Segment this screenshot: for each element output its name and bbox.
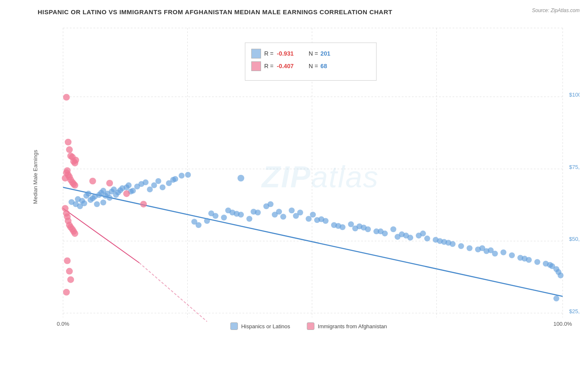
svg-point-129 [293,213,299,219]
svg-point-137 [403,232,409,238]
svg-rect-25 [251,61,261,71]
svg-point-115 [557,273,563,278]
svg-point-35 [81,200,87,206]
svg-point-173 [106,180,113,186]
svg-point-101 [467,245,473,251]
svg-point-87 [348,221,354,227]
svg-point-117 [225,207,231,213]
svg-point-155 [72,182,78,189]
chart-title: HISPANIC OR LATINO VS IMMIGRANTS FROM AF… [38,8,580,15]
svg-point-174 [123,190,130,197]
svg-point-136 [445,240,451,245]
svg-text:N =: N = [309,63,318,69]
svg-text:201: 201 [320,50,330,57]
legend-label-blue: Hispanics or Latinos [241,323,290,330]
legend-item-pink: Immigrants from Afghanistan [307,322,387,330]
legend-label-pink: Immigrants from Afghanistan [318,323,387,330]
svg-point-82 [306,216,312,222]
svg-point-79 [280,214,286,220]
chart-legend: Hispanics or Latinos Immigrants from Afg… [230,322,387,330]
svg-point-47 [107,195,112,201]
svg-point-77 [238,175,244,181]
svg-point-130 [251,209,256,215]
svg-text:$50,000: $50,000 [569,236,580,242]
svg-point-61 [151,182,157,188]
svg-text:0.0%: 0.0% [57,321,69,327]
svg-point-105 [501,249,506,255]
svg-point-158 [64,167,71,174]
svg-point-140 [276,209,282,215]
svg-point-125 [547,262,553,268]
svg-text:R =: R = [264,50,274,57]
svg-point-143 [65,139,72,146]
svg-point-60 [147,186,153,192]
svg-point-135 [488,247,493,253]
chart-container: HISPANIC OR LATINO VS IMMIGRANTS FROM AF… [0,0,588,373]
scatter-plot: .grid-line { stroke: #ddd; stroke-width:… [38,20,580,334]
svg-point-80 [289,207,294,213]
svg-point-132 [170,177,176,183]
svg-line-16 [63,187,563,296]
svg-point-121 [395,234,401,240]
svg-point-144 [66,146,73,153]
svg-point-138 [361,225,367,230]
y-axis-label: Median Male Earnings [32,150,38,204]
svg-point-118 [268,201,274,207]
svg-point-71 [221,215,227,220]
svg-point-131 [208,210,214,216]
svg-point-59 [143,179,148,185]
svg-point-41 [94,201,100,207]
svg-point-106 [509,252,515,258]
svg-point-167 [72,230,78,237]
svg-point-116 [192,219,197,225]
legend-swatch-pink [307,322,314,330]
svg-text:100.0%: 100.0% [553,321,572,327]
svg-point-123 [479,245,485,251]
svg-point-128 [335,223,341,229]
svg-point-139 [318,216,324,222]
svg-text:-0.407: -0.407 [277,63,294,69]
svg-point-122 [437,238,443,244]
svg-point-62 [155,178,161,184]
svg-point-126 [420,230,426,236]
svg-text:R =: R = [264,63,274,69]
svg-rect-19 [245,43,376,80]
svg-point-69 [204,218,210,224]
svg-point-170 [67,276,74,283]
svg-point-171 [63,289,70,296]
svg-point-96 [424,235,430,241]
svg-point-149 [72,157,79,164]
svg-point-74 [246,216,252,222]
svg-point-142 [63,94,70,100]
svg-point-120 [352,225,358,231]
source-label: Source: ZipAtlas.com [532,8,580,13]
svg-point-100 [458,243,464,249]
svg-point-92 [390,226,396,232]
svg-point-67 [185,172,191,178]
svg-point-37 [85,191,91,197]
svg-point-172 [89,178,96,184]
svg-text:$75,000: $75,000 [569,164,580,170]
svg-text:$25,000: $25,000 [569,308,580,314]
svg-point-63 [160,184,166,190]
chart-area: Median Male Earnings ZIPatlas .grid-line… [38,20,580,334]
svg-point-66 [179,173,184,179]
svg-text:-0.931: -0.931 [277,50,294,57]
svg-point-134 [100,199,106,205]
svg-point-169 [66,268,73,275]
svg-text:$100,000: $100,000 [569,92,580,98]
svg-point-55 [126,182,132,188]
svg-point-114 [553,296,559,301]
svg-point-127 [378,228,383,234]
svg-rect-20 [251,49,261,58]
svg-point-141 [234,211,240,217]
legend-item-blue: Hispanics or Latinos [230,322,290,330]
svg-point-175 [140,201,147,207]
svg-line-18 [139,263,207,322]
svg-point-124 [522,256,527,262]
legend-swatch-blue [230,322,238,330]
svg-point-168 [64,258,71,264]
svg-point-109 [534,259,540,265]
svg-point-119 [310,212,316,217]
svg-text:68: 68 [320,63,327,69]
